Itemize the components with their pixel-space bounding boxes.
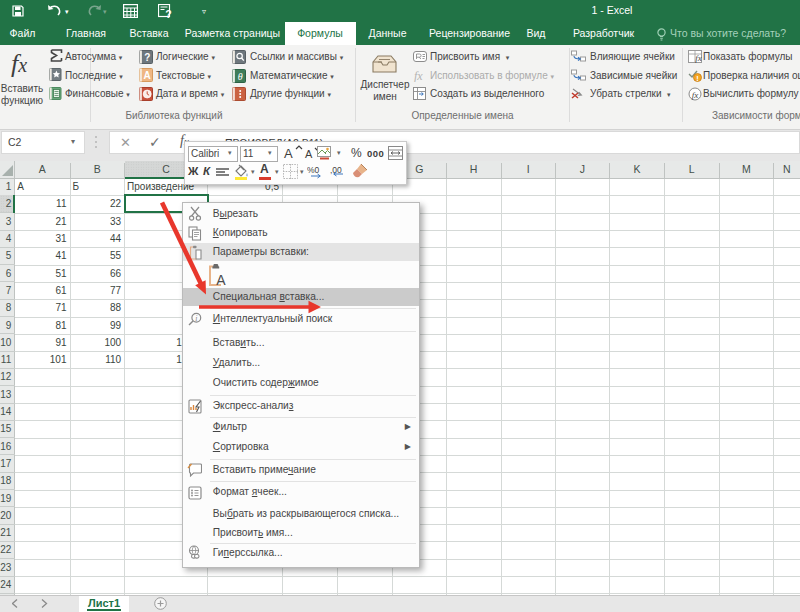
svg-text:fx: fx — [692, 90, 699, 100]
svg-text:?: ? — [144, 51, 150, 62]
svg-text:θ: θ — [238, 71, 243, 82]
svg-text:!: ! — [696, 74, 699, 83]
svg-text:fx: fx — [414, 69, 423, 82]
svg-text:?: ? — [165, 8, 171, 19]
svg-text:%0: %0 — [307, 165, 320, 175]
svg-text:A: A — [144, 70, 151, 81]
svg-text:fx: fx — [695, 53, 702, 63]
